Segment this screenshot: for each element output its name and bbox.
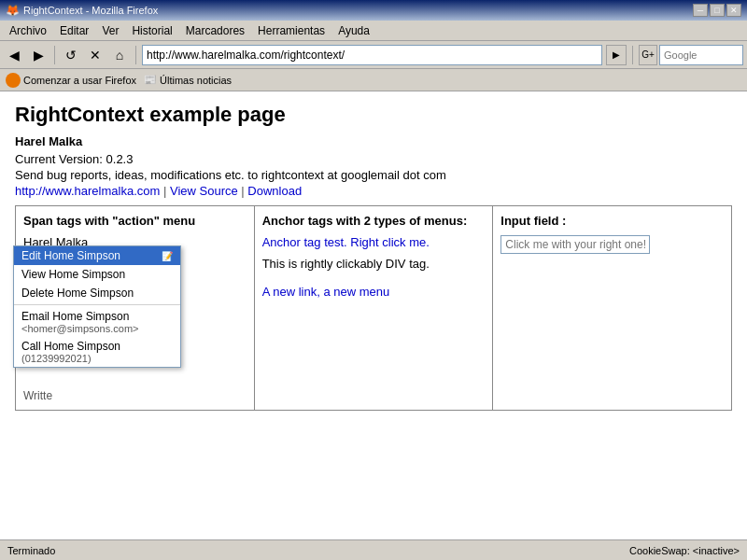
titlebar-controls: ─ □ ✕ — [693, 4, 741, 17]
rss-icon: 📰 — [144, 74, 157, 86]
col1: Span tags with "action" menu Harel Malka… — [16, 206, 255, 411]
menu-herramientas[interactable]: Herramientas — [252, 22, 331, 39]
close-button[interactable]: ✕ — [726, 4, 741, 17]
col3: Input field : — [493, 206, 732, 411]
menu-historial[interactable]: Historial — [126, 22, 177, 39]
links-line: http://www.harelmalka.com | View Source … — [15, 184, 732, 198]
website-link[interactable]: http://www.harelmalka.com — [15, 184, 160, 198]
page-title: RightContext example page — [15, 103, 732, 127]
titlebar: 🦊 RightContext - Mozilla Firefox ─ □ ✕ — [0, 0, 747, 21]
col3-header: Input field : — [500, 214, 724, 228]
minimize-button[interactable]: ─ — [693, 4, 708, 17]
view-label: View Home Simpson — [21, 268, 125, 281]
bookmark-news-label: Últimas noticias — [160, 75, 232, 86]
download-link[interactable]: Download — [247, 184, 302, 198]
search-area: G+ — [639, 45, 743, 65]
bookmark-news[interactable]: 📰 Últimas noticias — [144, 74, 232, 86]
bookmark-firefox[interactable]: Comenzar a usar Firefox — [6, 73, 136, 88]
sep1: | — [163, 184, 170, 198]
menu-marcadores[interactable]: Marcadores — [180, 22, 250, 39]
col2: Anchor tags with 2 types of menus: Ancho… — [254, 206, 493, 411]
search-engine-icon: G+ — [639, 45, 657, 65]
call-block: Call Home Simpson (01239992021) — [21, 340, 120, 364]
right-click-input[interactable] — [500, 235, 650, 254]
titlebar-title: RightContext - Mozilla Firefox — [23, 5, 158, 16]
context-menu-delete[interactable]: Delete Home Simpson — [14, 284, 180, 302]
toolbar-sep1 — [54, 46, 55, 64]
toolbar-sep2 — [135, 46, 136, 64]
address-input[interactable] — [147, 49, 598, 62]
address-bar — [142, 45, 602, 65]
firefox-logo-icon — [6, 73, 21, 88]
context-menu-email[interactable]: Email Home Simpson <homer@simpsons.com> — [14, 307, 180, 337]
titlebar-left: 🦊 RightContext - Mozilla Firefox — [6, 4, 158, 17]
menu-archivo[interactable]: Archivo — [4, 22, 52, 39]
home-button[interactable]: ⌂ — [109, 45, 130, 65]
anchor-link1[interactable]: Anchor tag test. Right click me. — [262, 235, 486, 249]
call-label: Call Home Simpson — [21, 340, 120, 353]
call-value: (01239992021) — [21, 353, 120, 364]
columns-table: Span tags with "action" menu Harel Malka… — [15, 205, 732, 411]
columns-row: Span tags with "action" menu Harel Malka… — [16, 206, 732, 411]
reload-button[interactable]: ↺ — [61, 45, 81, 65]
author: Harel Malka — [15, 134, 732, 148]
menubar: Archivo Editar Ver Historial Marcadores … — [0, 21, 747, 41]
search-input[interactable] — [659, 45, 743, 65]
forward-button[interactable]: ▶ — [28, 45, 49, 65]
firefox-icon: 🦊 — [6, 4, 20, 17]
email-label: Email Home Simpson — [21, 310, 139, 323]
col1-header: Span tags with "action" menu — [23, 214, 247, 228]
stop-button[interactable]: ✕ — [85, 45, 106, 65]
menu-editar[interactable]: Editar — [54, 22, 94, 39]
div-clickable[interactable]: This is rightly clickably DIV tag. — [262, 257, 486, 271]
version-info: Current Version: 0.2.3 — [15, 152, 732, 166]
delete-label: Delete Home Simpson — [21, 287, 134, 300]
toolbar: ◀ ▶ ↺ ✕ ⌂ ▶ G+ — [0, 41, 747, 69]
view-source-link[interactable]: View Source — [170, 184, 238, 198]
cookie-swap: CookieSwap: <inactive> — [629, 545, 740, 556]
bugreport: Send bug reports, ideas, modifications e… — [15, 168, 732, 182]
context-menu-call[interactable]: Call Home Simpson (01239992021) — [14, 337, 180, 367]
content-area: RightContext example page Harel Malka Cu… — [0, 91, 747, 539]
statusbar: Terminado CookieSwap: <inactive> — [0, 539, 747, 560]
email-block: Email Home Simpson <homer@simpsons.com> — [21, 310, 139, 334]
menu-ayuda[interactable]: Ayuda — [332, 22, 375, 39]
context-menu-view[interactable]: View Home Simpson — [14, 265, 180, 284]
go-button[interactable]: ▶ — [606, 45, 627, 65]
context-menu-separator — [14, 304, 180, 305]
col2-header: Anchor tags with 2 types of menus: — [262, 214, 486, 228]
menu-ver[interactable]: Ver — [96, 22, 124, 39]
anchor-link2[interactable]: A new link, a new menu — [262, 285, 486, 299]
context-menu-edit[interactable]: Edit Home Simpson 📝 — [14, 246, 180, 265]
back-button[interactable]: ◀ — [4, 45, 24, 65]
email-value: <homer@simpsons.com> — [21, 323, 139, 334]
status-text: Terminado — [7, 545, 55, 556]
bookmark-firefox-label: Comenzar a usar Firefox — [23, 75, 136, 86]
toolbar-sep3 — [632, 46, 633, 64]
bookmarks-bar: Comenzar a usar Firefox 📰 Últimas notici… — [0, 69, 747, 91]
maximize-button[interactable]: □ — [710, 4, 725, 17]
edit-label: Edit Home Simpson — [21, 249, 120, 262]
edit-icon: 📝 — [162, 251, 173, 261]
context-menu: Edit Home Simpson 📝 View Home Simpson De… — [13, 245, 181, 368]
write-label: Writte — [23, 389, 247, 402]
